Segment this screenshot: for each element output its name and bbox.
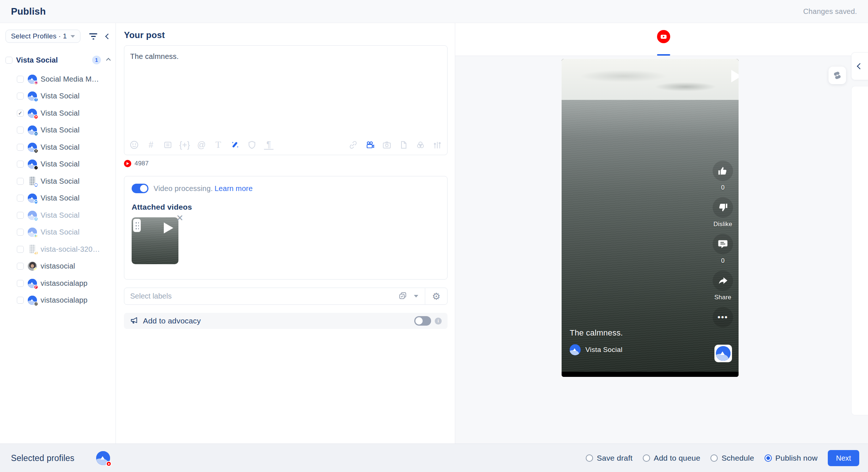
profile-checkbox[interactable] bbox=[17, 110, 24, 117]
profile-row[interactable]: vista-social-320412 bbox=[0, 241, 116, 258]
comment-count: 0 bbox=[712, 257, 734, 265]
profile-checkbox[interactable] bbox=[17, 144, 24, 151]
video-camera-icon[interactable] bbox=[365, 140, 375, 150]
top-header: Publish Changes saved. bbox=[0, 0, 868, 23]
profile-row[interactable]: Vista Social bbox=[0, 105, 116, 122]
saved-captions-icon[interactable] bbox=[163, 140, 173, 150]
profile-checkbox[interactable] bbox=[17, 195, 24, 202]
ai-wand-icon[interactable] bbox=[230, 140, 240, 150]
group-checkbox[interactable] bbox=[5, 57, 12, 64]
radio-icon[interactable] bbox=[710, 454, 718, 462]
profile-checkbox[interactable] bbox=[17, 178, 24, 185]
shield-icon[interactable] bbox=[247, 140, 257, 150]
link-icon[interactable] bbox=[348, 140, 358, 150]
profile-row[interactable]: Vista Social bbox=[0, 190, 116, 207]
remove-video-icon[interactable]: ✕ bbox=[176, 213, 184, 223]
threads-badge-icon bbox=[34, 301, 38, 306]
mention-icon[interactable]: @ bbox=[197, 140, 206, 150]
profile-row[interactable]: vistasocialapp bbox=[0, 275, 116, 292]
profile-row[interactable]: Vista Social bbox=[0, 173, 116, 190]
video-processing-toggle[interactable] bbox=[132, 184, 148, 193]
hashtag-icon[interactable]: # bbox=[146, 140, 156, 150]
publish-page: Publish Changes saved. Select Profiles ·… bbox=[0, 0, 868, 472]
profile-checkbox[interactable] bbox=[17, 127, 24, 134]
publish-option[interactable]: Schedule bbox=[710, 454, 754, 462]
like-button[interactable] bbox=[713, 161, 733, 181]
learn-more-link[interactable]: Learn more bbox=[215, 184, 253, 192]
like-count: 0 bbox=[712, 184, 734, 191]
video-processing-label: Video processing. bbox=[154, 184, 213, 192]
select-profiles-dropdown[interactable]: Select Profiles · 1 bbox=[5, 30, 80, 43]
your-post-title: Your post bbox=[124, 30, 447, 40]
profile-checkbox[interactable] bbox=[17, 229, 24, 236]
comment-button[interactable] bbox=[713, 234, 733, 254]
chevron-up-icon[interactable] bbox=[106, 58, 111, 63]
video-thumbnail[interactable] bbox=[132, 217, 178, 264]
post-composer[interactable]: The calmness. # {+} @ T ¶ bbox=[124, 45, 448, 155]
apply-label-icon[interactable] bbox=[398, 291, 407, 301]
char-count-row: 4987 bbox=[124, 160, 447, 167]
share-button[interactable] bbox=[713, 270, 733, 291]
drag-handle-icon[interactable] bbox=[133, 219, 141, 232]
collapse-preview-button[interactable] bbox=[851, 52, 868, 80]
profile-checkbox[interactable] bbox=[17, 76, 24, 83]
profile-row[interactable]: Vista Social bbox=[0, 156, 116, 173]
dislike-button[interactable] bbox=[713, 197, 733, 218]
publish-option[interactable]: Publish now bbox=[765, 454, 818, 462]
profile-checkbox[interactable] bbox=[17, 246, 24, 253]
youtube-preview-tab[interactable] bbox=[657, 30, 670, 43]
shorts-channel-row[interactable]: Vista Social bbox=[570, 344, 622, 355]
radio-icon[interactable] bbox=[765, 454, 772, 462]
profile-row[interactable]: Vista Social bbox=[0, 139, 116, 156]
paragraph-icon[interactable]: ¶ bbox=[264, 140, 273, 150]
publish-option[interactable]: Save draft bbox=[586, 454, 633, 462]
document-icon[interactable] bbox=[399, 140, 408, 150]
more-button[interactable]: ••• bbox=[713, 307, 733, 327]
photo-camera-icon[interactable] bbox=[382, 140, 392, 150]
profile-row[interactable]: vistasocialapp bbox=[0, 292, 116, 309]
poll-icon[interactable] bbox=[433, 140, 442, 150]
merge-fields-icon[interactable]: {+} bbox=[180, 140, 189, 150]
emoji-icon[interactable] bbox=[129, 140, 139, 150]
next-button[interactable]: Next bbox=[828, 450, 859, 466]
googleplay-badge-icon bbox=[34, 233, 38, 238]
radio-icon[interactable] bbox=[586, 454, 593, 462]
profile-checkbox[interactable] bbox=[17, 212, 24, 219]
bluesky-badge-icon bbox=[34, 199, 38, 204]
profile-row[interactable]: vistasocial bbox=[0, 258, 116, 275]
radio-icon[interactable] bbox=[643, 454, 650, 462]
labels-caret-down-icon[interactable] bbox=[414, 295, 418, 297]
advocacy-toggle[interactable] bbox=[414, 316, 431, 326]
publish-option[interactable]: Add to queue bbox=[643, 454, 700, 462]
select-labels-input[interactable] bbox=[124, 292, 398, 300]
preview-network-tabs bbox=[455, 23, 868, 56]
profile-name: Vista Social bbox=[41, 92, 80, 100]
profile-row[interactable]: Vista Social bbox=[0, 224, 116, 241]
profile-row[interactable]: Social Media Managem... bbox=[0, 71, 116, 88]
profile-group-row[interactable]: Vista Social 1 bbox=[5, 54, 110, 66]
media-library-icon[interactable] bbox=[416, 140, 425, 150]
profile-checkbox[interactable] bbox=[17, 280, 24, 287]
post-text[interactable]: The calmness. bbox=[124, 46, 447, 67]
labels-settings-gear-icon[interactable]: ⚙ bbox=[425, 292, 447, 301]
filter-icon[interactable] bbox=[89, 33, 97, 40]
profile-checkbox[interactable] bbox=[17, 297, 24, 304]
profile-checkbox[interactable] bbox=[17, 93, 24, 100]
collapse-sidebar-chevron-icon[interactable] bbox=[105, 33, 111, 39]
profile-avatar bbox=[28, 109, 37, 118]
profile-checkbox[interactable] bbox=[17, 263, 24, 270]
profile-row[interactable]: Vista Social bbox=[0, 88, 116, 105]
profile-row[interactable]: Vista Social bbox=[0, 122, 116, 139]
profile-row[interactable]: Vista Social bbox=[0, 207, 116, 224]
video-play-icon[interactable] bbox=[731, 70, 739, 82]
profile-avatar bbox=[28, 296, 37, 305]
text-style-icon[interactable]: T bbox=[214, 140, 223, 150]
tiktok-badge-icon bbox=[34, 165, 38, 170]
caret-down-icon bbox=[71, 35, 75, 38]
selected-profile-avatar[interactable] bbox=[96, 451, 110, 465]
shorts-format-button[interactable] bbox=[829, 67, 846, 84]
play-icon[interactable] bbox=[164, 222, 173, 233]
profile-avatar bbox=[28, 262, 37, 271]
profile-checkbox[interactable] bbox=[17, 161, 24, 168]
profile-avatar bbox=[28, 279, 37, 288]
